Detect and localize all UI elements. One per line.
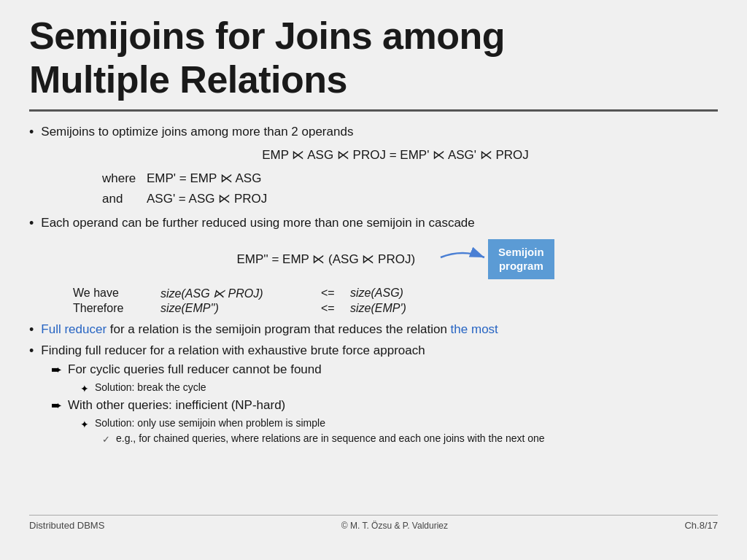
semijoin-box: Semijoin program [488,239,554,279]
where-line-2: and ASG' = ASG ⋉ PROJ [102,189,718,209]
we-have-block: We have size(ASG ⋉ PROJ) <= size(ASG) Th… [73,287,718,315]
arrow-2-text: With other queries: inefficient (NP-hard… [68,397,285,414]
size2-label: size(EMP'') [160,302,321,315]
sub-sub-2: ✦ Solution: only use semijoin when probl… [80,417,718,430]
semijoin-line2: program [499,260,543,272]
footer: Distributed DBMS © M. T. Özsu & P. Valdu… [29,515,718,531]
where-line-1: where EMP' = EMP ⋉ ASG [102,168,718,188]
size2-val: size(EMP') [350,302,481,315]
where-block: where EMP' = EMP ⋉ ASG and ASG' = ASG ⋉ … [102,168,718,208]
bullet-dot-4: • [29,343,34,359]
footer-center: © M. T. Özsu & P. Valduriez [341,521,448,531]
content-area: • Semijoins to optimize joins among more… [29,123,718,515]
check-sym-1: ✓ [102,434,110,445]
where-eq1: EMP' = EMP ⋉ ASG [147,168,261,188]
bullet-dot-2: • [29,216,34,231]
lte-2: <= [321,302,350,315]
arrow-bullet-1: ➨ For cyclic queries full reducer cannot… [51,361,718,378]
size1-val: size(ASG) [350,287,481,300]
arrow-bullet-2: ➨ With other queries: inefficient (NP-ha… [51,397,718,414]
title-line2: Multiple Relations [29,58,347,101]
bullet-dot-3: • [29,322,34,338]
arrow-sym-2: ➨ [51,397,62,413]
arrow-1-text: For cyclic queries full reducer cannot b… [68,361,322,378]
where-label: where [102,168,142,188]
bullet-2-text: Each operand can be further reduced usin… [41,214,474,232]
the-most-blue: the most [451,322,498,336]
lte-1: <= [321,287,350,300]
title-line1: Semijoins for Joins among [29,15,505,57]
title-section: Semijoins for Joins among Multiple Relat… [29,15,718,112]
bullet-1: • Semijoins to optimize joins among more… [29,123,718,141]
bullet-1-text: Semijoins to optimize joins among more t… [41,123,353,141]
sub-1-text: Solution: break the cycle [95,381,206,393]
bullet-dot-1: • [29,125,34,140]
bullet-4-text: Finding full reducer for a relation with… [41,342,425,359]
slide-title: Semijoins for Joins among Multiple Relat… [29,15,718,102]
diamond-sym-2: ✦ [80,419,89,430]
equation-2: EMP'' = EMP ⋉ (ASG ⋉ PROJ) [236,252,415,267]
and-eq1: ASG' = ASG ⋉ PROJ [147,189,267,209]
sub-2-text: Solution: only use semijoin when problem… [95,417,325,429]
slide: Semijoins for Joins among Multiple Relat… [0,0,747,560]
sub-sub-1: ✦ Solution: break the cycle [80,381,718,394]
bullet-2: • Each operand can be further reduced us… [29,214,718,232]
we-have-label: We have [73,287,160,300]
footer-right: Ch.8/17 [684,520,718,531]
bullet-4: • Finding full reducer for a relation wi… [29,342,718,359]
equation-2-container: EMP'' = EMP ⋉ (ASG ⋉ PROJ) Semijoin prog… [73,239,718,279]
blue-arrow [437,247,488,271]
semijoin-line1: Semijoin [498,246,544,258]
therefore-label: Therefore [73,302,160,315]
sub-sub-sub-1: ✓ e.g., for chained queries, where relat… [102,432,718,445]
diamond-sym-1: ✦ [80,383,89,394]
arrow-sym-1: ➨ [51,362,62,378]
full-reducer-blue: Full reducer [41,322,107,336]
bullet-3-mid: for a relation is the semijoin program t… [110,322,451,336]
equation-1: EMP ⋉ ASG ⋉ PROJ = EMP' ⋉ ASG' ⋉ PROJ [73,147,718,163]
sub-sub-text: e.g., for chained queries, where relatio… [116,432,545,444]
bullet-3-text: Full reducer for a relation is the semij… [41,321,498,338]
footer-left: Distributed DBMS [29,520,104,531]
bullet-3: • Full reducer for a relation is the sem… [29,321,718,338]
size1-label: size(ASG ⋉ PROJ) [160,287,321,300]
and-label: and [102,189,142,209]
